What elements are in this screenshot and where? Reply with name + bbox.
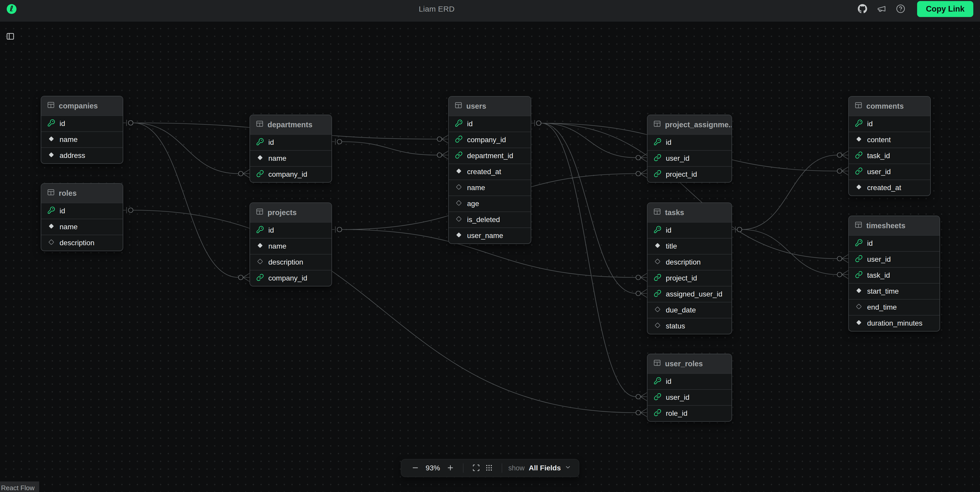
liam-logo[interactable]: ℓ: [7, 4, 16, 14]
column-companies-name[interactable]: name: [41, 132, 123, 148]
column-users-department_id[interactable]: department_id: [449, 148, 531, 163]
nullable-diamond-icon: [654, 322, 662, 331]
column-name: id: [60, 207, 65, 215]
column-departments-company_id[interactable]: company_id: [250, 166, 331, 182]
table-timesheets[interactable]: timesheetsiduser_idtask_idstart_timeend_…: [848, 216, 940, 332]
column-user_roles-id[interactable]: id: [648, 373, 732, 389]
copy-link-button[interactable]: Copy Link: [917, 1, 973, 17]
column-roles-name[interactable]: name: [41, 219, 123, 235]
not-null-diamond-icon: [654, 241, 662, 251]
table-header[interactable]: tasks: [648, 203, 732, 222]
table-header[interactable]: departments: [250, 115, 331, 134]
column-project_assignments-user_id[interactable]: user_id: [648, 150, 732, 166]
column-tasks-id[interactable]: id: [648, 222, 732, 238]
zoom-in-button[interactable]: [444, 464, 457, 473]
column-projects-description[interactable]: description: [250, 254, 331, 270]
column-users-is_deleted[interactable]: is_deleted: [449, 211, 531, 227]
table-header[interactable]: companies: [41, 96, 123, 116]
table-name: timesheets: [866, 222, 905, 230]
column-tasks-project_id[interactable]: project_id: [648, 270, 732, 286]
column-user_roles-role_id[interactable]: role_id: [648, 405, 732, 421]
column-users-company_id[interactable]: company_id: [449, 132, 531, 148]
foreign-key-icon: [455, 151, 463, 161]
column-projects-company_id[interactable]: company_id: [250, 270, 331, 286]
zoom-out-button[interactable]: [409, 464, 422, 473]
table-tasks[interactable]: tasksidtitledescriptionproject_idassigne…: [647, 203, 732, 334]
tidy-up-button[interactable]: [482, 464, 495, 473]
column-tasks-status[interactable]: status: [648, 318, 732, 334]
column-name: name: [268, 242, 286, 251]
column-users-id[interactable]: id: [449, 116, 531, 132]
table-header[interactable]: comments: [849, 97, 930, 116]
column-timesheets-start_time[interactable]: start_time: [849, 283, 940, 299]
table-departments[interactable]: departmentsidnamecompany_id: [250, 114, 332, 183]
column-departments-id[interactable]: id: [250, 134, 331, 150]
erd-canvas[interactable]: companiesidnameaddressrolesidnamedescrip…: [0, 22, 980, 492]
column-tasks-due_date[interactable]: due_date: [648, 302, 732, 318]
column-tasks-description[interactable]: description: [648, 254, 732, 270]
column-name: user_id: [666, 154, 689, 162]
foreign-key-icon: [654, 170, 662, 179]
column-project_assignments-project_id[interactable]: project_id: [648, 166, 732, 182]
foreign-key-icon: [855, 271, 863, 280]
nullable-diamond-icon: [455, 199, 463, 209]
column-comments-task_id[interactable]: task_id: [849, 148, 930, 163]
column-user_roles-user_id[interactable]: user_id: [648, 389, 732, 405]
table-roles[interactable]: rolesidnamedescription: [41, 183, 123, 251]
column-users-age[interactable]: age: [449, 195, 531, 211]
column-companies-id[interactable]: id: [41, 116, 123, 132]
github-button[interactable]: [857, 3, 868, 15]
table-companies[interactable]: companiesidnameaddress: [41, 96, 123, 164]
column-name: company_id: [268, 274, 307, 283]
column-users-user_name[interactable]: user_name: [449, 227, 531, 243]
table-users[interactable]: usersidcompany_iddepartment_idcreated_at…: [448, 96, 531, 244]
column-companies-address[interactable]: address: [41, 148, 123, 163]
react-flow-attribution[interactable]: React Flow: [0, 481, 39, 492]
column-timesheets-id[interactable]: id: [849, 235, 940, 251]
table-projects[interactable]: projectsidnamedescriptioncompany_id: [250, 203, 332, 286]
table-header[interactable]: user_roles: [648, 354, 732, 373]
column-comments-id[interactable]: id: [849, 116, 930, 132]
topbar-actions: Copy Link: [857, 1, 973, 17]
column-departments-name[interactable]: name: [250, 150, 331, 166]
table-header[interactable]: users: [449, 97, 531, 116]
fit-view-button[interactable]: [469, 464, 482, 473]
table-header[interactable]: roles: [41, 184, 123, 203]
column-tasks-title[interactable]: title: [648, 238, 732, 254]
foreign-key-icon: [855, 255, 863, 264]
zoom-level: 93%: [422, 464, 444, 472]
foreign-key-icon: [654, 154, 662, 163]
column-name: id: [867, 239, 873, 248]
column-comments-content[interactable]: content: [849, 132, 930, 148]
column-projects-id[interactable]: id: [250, 222, 331, 238]
announcements-button[interactable]: [876, 3, 887, 15]
table-header[interactable]: timesheets: [849, 216, 940, 235]
column-roles-description[interactable]: description: [41, 235, 123, 251]
table-header[interactable]: projects: [250, 203, 331, 222]
column-users-name[interactable]: name: [449, 179, 531, 195]
column-timesheets-end_time[interactable]: end_time: [849, 299, 940, 315]
column-projects-name[interactable]: name: [250, 238, 331, 254]
table-user_roles[interactable]: user_rolesiduser_idrole_id: [647, 354, 732, 422]
column-tasks-assigned_user_id[interactable]: assigned_user_id: [648, 286, 732, 302]
github-icon: [858, 4, 867, 14]
primary-key-icon: [48, 119, 55, 129]
column-comments-user_id[interactable]: user_id: [849, 163, 930, 179]
column-project_assignments-id[interactable]: id: [648, 134, 732, 150]
column-comments-created_at[interactable]: created_at: [849, 179, 930, 195]
app-title: Liam ERD: [16, 5, 857, 13]
column-roles-id[interactable]: id: [41, 203, 123, 219]
table-name: users: [466, 102, 486, 111]
table-project_assignments[interactable]: project_assignme...iduser_idproject_id: [647, 114, 732, 183]
table-comments[interactable]: commentsidcontenttask_iduser_idcreated_a…: [848, 96, 931, 196]
column-users-created_at[interactable]: created_at: [449, 163, 531, 179]
table-header[interactable]: project_assignme...: [648, 115, 732, 134]
foreign-key-icon: [654, 273, 662, 283]
fields-filter-dropdown[interactable]: All Fields: [529, 464, 571, 473]
column-timesheets-task_id[interactable]: task_id: [849, 267, 940, 283]
column-timesheets-duration_minutes[interactable]: duration_minutes: [849, 315, 940, 331]
help-button[interactable]: [895, 3, 906, 15]
sidebar-toggle-button[interactable]: [4, 30, 16, 43]
column-timesheets-user_id[interactable]: user_id: [849, 251, 940, 267]
megaphone-icon: [877, 4, 886, 14]
